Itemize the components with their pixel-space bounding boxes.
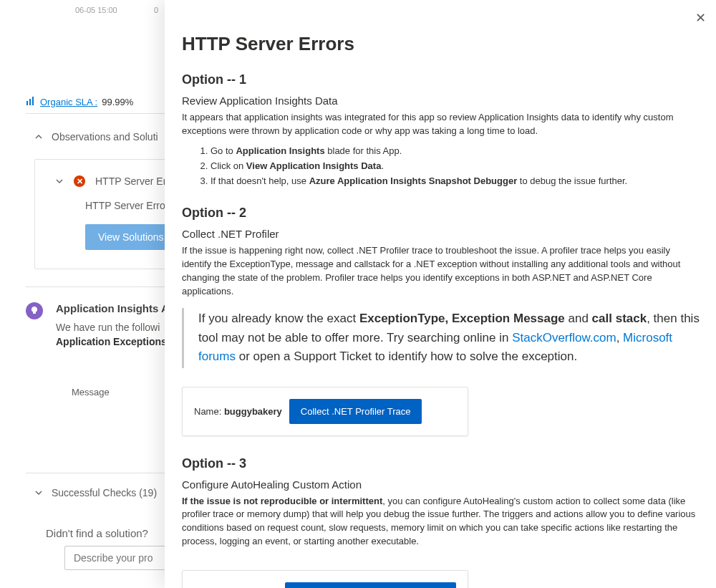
option-1-subtitle: Review Application Insights Data [182,95,700,107]
text-bold: call stack [592,312,647,325]
text-bold: If the issue is not reproducible or inte… [182,496,382,506]
view-solutions-button[interactable]: View Solutions [85,224,177,250]
svg-rect-1 [29,99,31,105]
option-1-step-3: If that doesn't help, use Azure Applicat… [211,174,700,188]
message-column-header: Message [72,387,110,397]
chart-tick-1: 06-05 15:00 [75,6,117,14]
option-2-para: If the issue is happening right now, col… [182,244,700,298]
option-2-subtitle: Collect .NET Profiler [182,228,700,240]
text: Go to [211,145,236,156]
text: Name: [194,406,224,417]
text-bold: Application Insights [236,145,324,156]
chart-tick-2: 0 [154,6,158,14]
observations-section-header[interactable]: Observations and Soluti [34,131,158,143]
text: , [616,331,623,344]
option-2-heading: Option -- 2 [182,206,700,221]
text-bold: ExceptionType, Exception Message [359,312,565,325]
option-1-steps: Go to Application Insights blade for thi… [211,144,700,188]
option-1-heading: Option -- 1 [182,72,700,87]
stackoverflow-link[interactable]: StackOverflow.com [512,331,616,344]
text: . [381,160,384,171]
text: blade for this App. [325,145,402,156]
insights-block: Application Insights A We have run the f… [26,302,169,350]
insights-desc-text: We have run the followi [56,322,160,333]
configure-autohealing-button[interactable]: Configure AutoHealing Custom Action [285,582,456,588]
text-bold: Azure Application Insights Snapshot Debu… [309,175,518,186]
option-3-heading: Option -- 3 [182,456,700,471]
panel-title: HTTP Server Errors [182,33,700,55]
text: If that doesn't help, use [211,175,309,186]
option-2-callout: If you already know the exact ExceptionT… [182,308,700,367]
error-icon: ✕ [74,175,85,187]
chevron-up-icon [34,132,43,141]
text: to debug the issue further. [517,175,627,186]
text: Click on [211,160,246,171]
option-1-step-1: Go to Application Insights blade for thi… [211,144,700,158]
lightbulb-icon [26,302,43,319]
svg-rect-0 [26,101,28,105]
insights-desc-bold: Application Exceptions [56,336,167,347]
chevron-down-icon [34,488,43,497]
no-solution-label: Didn't find a solution? [46,527,148,539]
sla-link[interactable]: Organic SLA : [40,97,97,107]
app-name: buggybakery [224,406,282,417]
text: or open a Support Ticket to identify how… [236,350,577,363]
option-3-subtitle: Configure AutoHealing Custom Action [182,478,700,491]
successful-checks-label: Successful Checks (19) [52,487,157,498]
svg-rect-2 [32,97,34,105]
option-1-step-2: Click on View Application Insights Data. [211,159,700,173]
text: and [565,312,592,325]
sla-row: Organic SLA : 99.99% [26,96,133,108]
option-1-para: It appears that application insights was… [182,111,700,138]
collect-profiler-button[interactable]: Collect .NET Profiler Trace [289,399,422,424]
insights-desc: We have run the followi Application Exce… [56,320,169,350]
text-bold: View Application Insights Data [246,160,382,171]
sla-value: 99.99% [102,97,133,107]
successful-checks-header[interactable]: Successful Checks (19) [34,487,157,498]
bar-chart-icon [26,96,36,108]
text: If you already know the exact [198,312,359,325]
chevron-down-icon[interactable] [55,177,64,185]
observations-label: Observations and Soluti [52,131,158,143]
close-icon[interactable]: ✕ [695,10,706,26]
option-3-action-box: Name: buggybakery Configure AutoHealing … [182,570,468,588]
name-label: Name: buggybakery [194,406,282,417]
solutions-panel: ✕ HTTP Server Errors Option -- 1 Review … [165,0,716,588]
option-2-action-box: Name: buggybakery Collect .NET Profiler … [182,387,468,436]
insights-title: Application Insights A [56,302,169,314]
option-3-para: If the issue is not reproducible or inte… [182,495,700,549]
